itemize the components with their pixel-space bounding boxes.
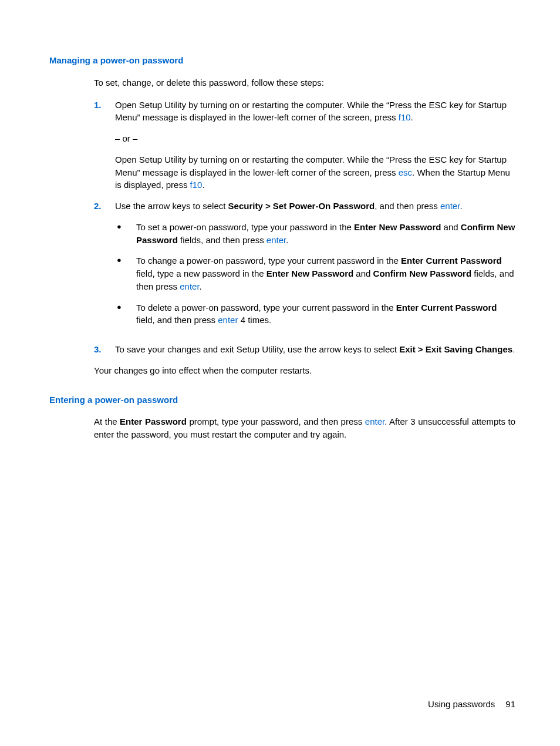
key-enter: enter	[266, 235, 286, 245]
bullet-body: To delete a power-on password, type your…	[136, 301, 515, 327]
bullet-change-password: ● To change a power-on password, type yo…	[115, 254, 515, 293]
text: .	[202, 180, 204, 190]
step1-paragraph-2: Open Setup Utility by turning on or rest…	[115, 153, 515, 191]
key-esc: esc	[399, 167, 412, 177]
bullet-set-password: ● To set a power-on password, type your …	[115, 221, 515, 247]
section-heading-entering: Entering a power-on password	[49, 394, 515, 406]
text: and	[441, 222, 460, 232]
closing-text: Your changes go into effect when the com…	[94, 364, 515, 377]
step-1: 1. Open Setup Utility by turning on or r…	[94, 99, 515, 192]
bullet-dot-icon: ●	[115, 301, 136, 327]
page-number: 91	[505, 699, 515, 709]
text: .	[512, 344, 515, 354]
text: To set a power-on password, type your pa…	[136, 222, 354, 232]
text: At the	[94, 416, 120, 426]
field-enter-new-password: Enter New Password	[266, 268, 353, 278]
step-marker-3: 3.	[94, 343, 115, 356]
key-enter: enter	[218, 315, 238, 325]
bullet-delete-password: ● To delete a power-on password, type yo…	[115, 301, 515, 327]
text: To delete a power-on password, type your…	[136, 303, 396, 312]
key-enter: enter	[440, 201, 460, 211]
step2-line: Use the arrow keys to select Security > …	[115, 200, 515, 213]
key-enter: enter	[180, 281, 199, 291]
text: .	[460, 201, 462, 211]
step1-paragraph-1: Open Setup Utility by turning on or rest…	[115, 99, 515, 125]
step-3: 3. To save your changes and exit Setup U…	[94, 343, 515, 356]
text: and	[353, 268, 373, 278]
menu-path-exit: Exit > Exit Saving Changes	[399, 344, 512, 354]
section2-body: At the Enter Password prompt, type your …	[94, 415, 515, 441]
text: field, and then press	[136, 315, 218, 325]
text: To change a power-on password, type your…	[136, 256, 401, 266]
field-enter-new-password: Enter New Password	[354, 222, 441, 232]
footer-section-label: Using passwords	[428, 699, 495, 709]
text: Open Setup Utility by turning on or rest…	[115, 100, 507, 123]
prompt-enter-password: Enter Password	[120, 416, 187, 426]
text: Use the arrow keys to select	[115, 201, 228, 211]
text: .	[286, 235, 288, 245]
page-footer: Using passwords91	[428, 698, 515, 711]
key-enter: enter	[365, 416, 384, 426]
text: .	[200, 281, 202, 291]
bullet-dot-icon: ●	[115, 221, 136, 247]
text: 4 times.	[238, 315, 271, 325]
step3-body: To save your changes and exit Setup Util…	[115, 343, 515, 356]
bullet-body: To change a power-on password, type your…	[136, 254, 515, 293]
key-f10: f10	[399, 112, 411, 122]
text: .	[411, 112, 413, 122]
text: fields, and then press	[178, 235, 266, 245]
text: To save your changes and exit Setup Util…	[115, 344, 399, 354]
bullet-dot-icon: ●	[115, 254, 136, 293]
menu-path: Security > Set Power-On Password	[228, 201, 375, 211]
step-marker-1: 1.	[94, 99, 115, 192]
field-enter-current-password: Enter Current Password	[401, 256, 502, 266]
step-marker-2: 2.	[94, 200, 115, 335]
text: , and then press	[375, 201, 440, 211]
key-f10: f10	[190, 180, 203, 190]
section-heading-managing: Managing a power-on password	[49, 54, 515, 67]
bullet-body: To set a power-on password, type your pa…	[136, 221, 515, 247]
step-2: 2. Use the arrow keys to select Security…	[94, 200, 515, 335]
text: field, type a new password in the	[136, 268, 266, 278]
text: prompt, type your password, and then pre…	[187, 416, 365, 426]
intro-text: To set, change, or delete this password,…	[94, 76, 515, 89]
field-confirm-new-password: Confirm New Password	[373, 268, 472, 278]
field-enter-current-password: Enter Current Password	[396, 303, 497, 312]
or-separator: – or –	[115, 132, 515, 145]
